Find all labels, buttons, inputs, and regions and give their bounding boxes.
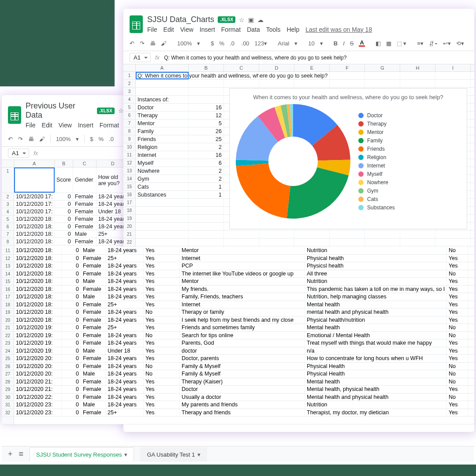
fx-icon: fx (33, 150, 38, 156)
menubar[interactable]: FileEditViewInsertFormatDataToolsHelp La… (147, 25, 372, 33)
name-box[interactable]: A1 (8, 149, 29, 158)
all-sheets-button[interactable]: ≡ (19, 450, 24, 459)
grid-wide[interactable]: 1110/12/2020 18:0Male18-24 yearsYesMento… (2, 247, 474, 424)
merge-icon[interactable]: ⬚ ▾ (397, 40, 407, 47)
redo-icon[interactable]: ↷ (140, 40, 145, 47)
legend-item: Family (358, 138, 395, 144)
legend-item: Nowhere (358, 179, 395, 186)
zoom-dropdown[interactable]: 100% (177, 40, 192, 47)
chart[interactable]: When it comes to your health and wellnes… (229, 88, 467, 229)
fill-icon[interactable]: ◧ (376, 40, 381, 47)
bg-block (0, 0, 115, 86)
column-headers[interactable]: A B C D E F G H I (123, 64, 474, 72)
sheet-tab-bar[interactable]: + ≡ SJSU Student Survey Responses▾ GA Us… (2, 446, 474, 462)
star-icon[interactable]: ☆ (239, 16, 245, 23)
column-headers[interactable]: A B C D (2, 160, 130, 167)
borders-icon[interactable]: ▦ (386, 40, 391, 47)
toolbar[interactable]: ↶ ↷ 🖶 🖌 100%▾ $%.0 .00123▾ Arial▾ 10▾ B … (123, 36, 474, 51)
zoom-dropdown[interactable]: 100% (56, 136, 71, 142)
legend-item: Substances (358, 205, 395, 211)
move-icon[interactable]: ▣ (248, 16, 254, 23)
legend-item: Mentor (358, 129, 395, 135)
doc-title[interactable]: SJSU Data_Charts (147, 15, 214, 24)
legend-item: Doctor (358, 112, 395, 119)
halign-icon[interactable]: ≡▾ (417, 40, 424, 47)
formula-bar[interactable]: Q: When it comes to your health and well… (164, 55, 346, 61)
menubar[interactable]: FileEditViewInsertFormatDa (26, 121, 130, 129)
legend-item: Gym (358, 188, 395, 194)
donut-chart (236, 104, 350, 219)
add-sheet-button[interactable]: + (8, 450, 13, 459)
xlsx-badge: .XLSX (97, 108, 115, 114)
wrap-icon[interactable]: ↩▾ (443, 40, 451, 47)
chart-title: When it comes to your health and wellnes… (236, 94, 461, 100)
fx-icon: fx (155, 54, 160, 61)
legend-item: Friends (358, 146, 395, 152)
name-box[interactable]: A1 (130, 53, 151, 62)
legend-item: Therapy (358, 121, 395, 127)
paint-format-icon[interactable]: 🖌 (161, 40, 167, 47)
font-size[interactable]: 10 (308, 40, 314, 47)
italic-icon[interactable]: I (343, 40, 345, 47)
sheet-tab-other[interactable]: GA Usability Test 1▾ (140, 447, 207, 461)
bold-icon[interactable]: B (334, 40, 338, 47)
strike-icon[interactable]: S (350, 40, 354, 47)
legend-item: Myself (358, 171, 395, 177)
undo-icon[interactable]: ↶ (8, 136, 13, 142)
undo-icon[interactable]: ↶ (130, 40, 134, 47)
font-dropdown[interactable]: Arial (278, 40, 289, 47)
sheets-logo-icon (8, 106, 21, 124)
legend-item: Internet (358, 163, 395, 169)
toolbar[interactable]: ↶ ↷ 🖶 🖌 100%▾ $%.0 (2, 131, 130, 147)
doc-title[interactable]: Previous User Data (26, 101, 93, 120)
print-icon[interactable]: 🖶 (150, 40, 156, 47)
sheets-logo-icon (130, 15, 143, 33)
bg-bar (0, 465, 476, 476)
xlsx-badge: .XLSX (218, 16, 235, 23)
sheet-tab-active[interactable]: SJSU Student Survey Responses▾ (30, 447, 134, 461)
rotate-icon[interactable]: ⟲▾ (456, 40, 464, 47)
redo-icon[interactable]: ↷ (18, 136, 23, 142)
chart-legend: DoctorTherapyMentorFamilyFriendsReligion… (358, 112, 395, 211)
paint-format-icon[interactable]: 🖌 (39, 136, 45, 142)
last-edit-link[interactable]: Last edit was on May 18 (305, 26, 372, 33)
text-color-icon[interactable]: A (359, 40, 364, 47)
legend-item: Cats (358, 196, 395, 202)
print-icon[interactable]: 🖶 (28, 136, 34, 142)
cloud-icon[interactable]: ☁ (257, 16, 264, 23)
legend-item: Religion (358, 154, 395, 160)
valign-icon[interactable]: ⭿▾ (429, 40, 438, 47)
